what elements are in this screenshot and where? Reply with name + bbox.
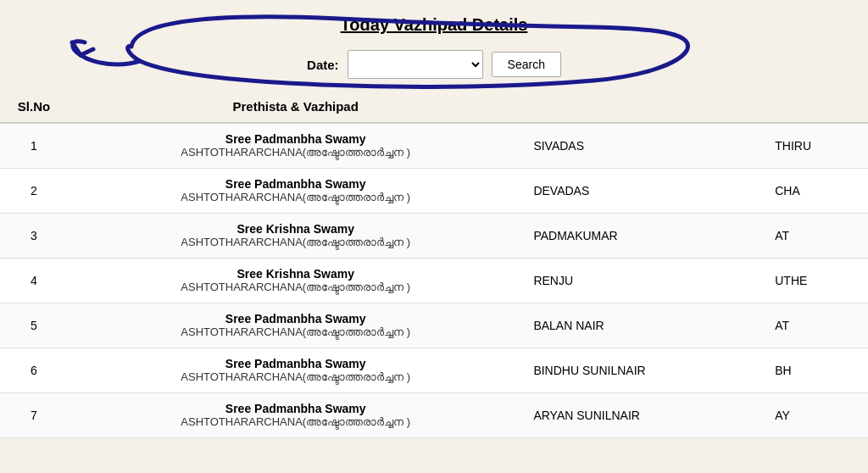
- page-container: Today Vazhipad Details Date: Search Sl.N…: [0, 0, 868, 473]
- deity-name: Sree Padmanbha Swamy: [78, 132, 513, 146]
- vazhipad-type: ASHTOTHARARCHANA(അഷ്ടോത്തരാർച്ചന ): [78, 146, 513, 159]
- cell-extra: BH: [765, 348, 868, 393]
- deity-name: Sree Krishna Swamy: [78, 222, 513, 236]
- cell-vazhipad: Sree Padmanbha SwamyASHTOTHARARCHANA(അഷ്…: [68, 169, 523, 214]
- cell-slno: 4: [0, 259, 68, 303]
- header-section: Today Vazhipad Details: [0, 0, 868, 42]
- cell-slno: 2: [0, 169, 68, 214]
- table-row: 1Sree Padmanbha SwamyASHTOTHARARCHANA(അഷ…: [0, 123, 868, 169]
- cell-extra: AT: [765, 214, 868, 259]
- cell-vazhipad: Sree Padmanbha SwamyASHTOTHARARCHANA(അഷ്…: [68, 123, 523, 169]
- header-extra: [765, 91, 868, 123]
- search-bar: Date: Search: [0, 42, 868, 91]
- table-row: 4Sree Krishna SwamyASHTOTHARARCHANA(അഷ്ട…: [0, 259, 868, 303]
- cell-extra: CHA: [765, 169, 868, 214]
- cell-vazhipad: Sree Padmanbha SwamyASHTOTHARARCHANA(അഷ്…: [68, 303, 523, 348]
- cell-slno: 6: [0, 348, 68, 393]
- table-row: 2Sree Padmanbha SwamyASHTOTHARARCHANA(അഷ…: [0, 169, 868, 214]
- table-row: 5Sree Padmanbha SwamyASHTOTHARARCHANA(അഷ…: [0, 303, 868, 348]
- cell-extra: AY: [765, 393, 868, 438]
- page-title: Today Vazhipad Details: [0, 15, 868, 35]
- date-label: Date:: [307, 58, 339, 72]
- cell-slno: 7: [0, 393, 68, 438]
- cell-name: RENJU: [523, 259, 765, 303]
- header-name: [523, 91, 765, 123]
- cell-vazhipad: Sree Padmanbha SwamyASHTOTHARARCHANA(അഷ്…: [68, 393, 523, 438]
- cell-extra: AT: [765, 303, 868, 348]
- cell-vazhipad: Sree Padmanbha SwamyASHTOTHARARCHANA(അഷ്…: [68, 348, 523, 393]
- vazhipad-type: ASHTOTHARARCHANA(അഷ്ടോത്തരാർച്ചന ): [78, 281, 513, 294]
- vazhipad-type: ASHTOTHARARCHANA(അഷ്ടോത്തരാർച്ചന ): [78, 236, 513, 249]
- cell-name: SIVADAS: [523, 123, 765, 169]
- cell-vazhipad: Sree Krishna SwamyASHTOTHARARCHANA(അഷ്ടോ…: [68, 214, 523, 259]
- cell-slno: 5: [0, 303, 68, 348]
- cell-name: ARYAN SUNILNAIR: [523, 393, 765, 438]
- table-wrapper: Sl.No Prethista & Vazhipad 1Sree Padmanb…: [0, 91, 868, 438]
- deity-name: Sree Krishna Swamy: [78, 267, 513, 281]
- table-header-row: Sl.No Prethista & Vazhipad: [0, 91, 868, 123]
- cell-name: PADMAKUMAR: [523, 214, 765, 259]
- vazhipad-type: ASHTOTHARARCHANA(അഷ്ടോത്തരാർച്ചന ): [78, 191, 513, 204]
- deity-name: Sree Padmanbha Swamy: [78, 357, 513, 370]
- deity-name: Sree Padmanbha Swamy: [78, 177, 513, 191]
- table-row: 3Sree Krishna SwamyASHTOTHARARCHANA(അഷ്ട…: [0, 214, 868, 259]
- deity-name: Sree Padmanbha Swamy: [78, 402, 513, 415]
- cell-extra: THIRU: [765, 123, 868, 169]
- cell-slno: 1: [0, 123, 68, 169]
- cell-slno: 3: [0, 214, 68, 259]
- cell-vazhipad: Sree Krishna SwamyASHTOTHARARCHANA(അഷ്ടോ…: [68, 259, 523, 303]
- deity-name: Sree Padmanbha Swamy: [78, 312, 513, 326]
- table-row: 7Sree Padmanbha SwamyASHTOTHARARCHANA(അഷ…: [0, 393, 868, 438]
- header-prethista: Prethista & Vazhipad: [68, 91, 523, 123]
- date-select[interactable]: [348, 50, 483, 79]
- cell-extra: UTHE: [765, 259, 868, 303]
- header-slno: Sl.No: [0, 91, 68, 123]
- cell-name: BALAN NAIR: [523, 303, 765, 348]
- cell-name: DEVADAS: [523, 169, 765, 214]
- vazhipad-type: ASHTOTHARARCHANA(അഷ്ടോത്തരാർച്ചന ): [78, 370, 513, 384]
- vazhipad-table: Sl.No Prethista & Vazhipad 1Sree Padmanb…: [0, 91, 868, 438]
- table-row: 6Sree Padmanbha SwamyASHTOTHARARCHANA(അഷ…: [0, 348, 868, 393]
- search-button[interactable]: Search: [492, 52, 561, 77]
- vazhipad-type: ASHTOTHARARCHANA(അഷ്ടോത്തരാർച്ചന ): [78, 415, 513, 429]
- cell-name: BINDHU SUNILNAIR: [523, 348, 765, 393]
- vazhipad-type: ASHTOTHARARCHANA(അഷ്ടോത്തരാർച്ചന ): [78, 326, 513, 339]
